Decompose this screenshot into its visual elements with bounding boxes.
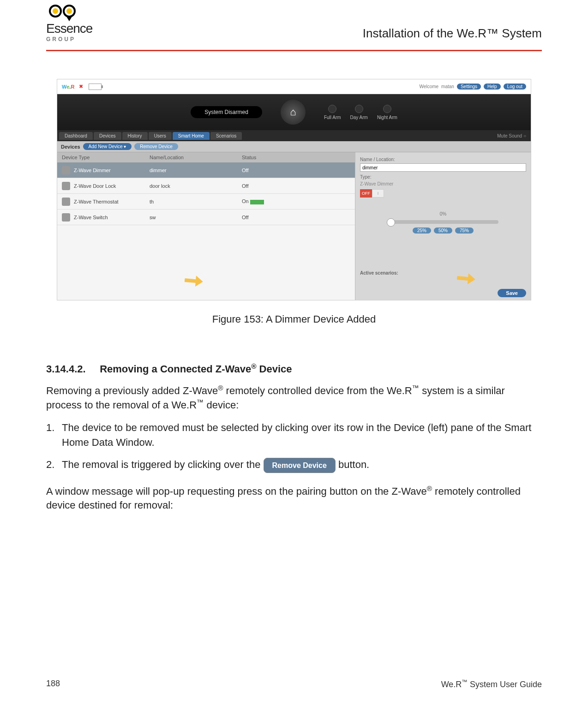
app-topbar: We.R ✖ Welcome matan Settings Help Log o… — [57, 79, 531, 94]
owl-icon — [49, 5, 76, 18]
tab-devices[interactable]: Devices — [94, 132, 121, 140]
wer-logo: We.R — [62, 84, 74, 90]
name-input[interactable] — [360, 163, 526, 172]
col-name: Name/Location — [150, 155, 242, 160]
tab-dashboard[interactable]: Dashboard — [59, 132, 93, 140]
header-title: Installation of the We.R™ System — [363, 26, 542, 42]
footer-guide: We.R™ System User Guide — [441, 679, 542, 689]
page-header: Essence GROUP Installation of the We.R™ … — [46, 0, 542, 47]
table-row[interactable]: Z-Wave Dimmer dimmer Off — [57, 162, 355, 178]
devices-subbar: Devices Add New Device ▾ Remove Device — [57, 141, 531, 152]
tab-history[interactable]: History — [122, 132, 148, 140]
logo-subtext: GROUP — [46, 36, 76, 42]
figure-caption: Figure 153: A Dimmer Device Added — [46, 313, 542, 325]
pct-50-button[interactable]: 50% — [434, 228, 452, 234]
cell: Z-Wave Door Lock — [74, 183, 116, 189]
welcome-user: matan — [441, 84, 454, 89]
table-row[interactable]: Z-Wave Thermostat th On — [57, 194, 355, 210]
topbar-right: Welcome matan Settings Help Log out — [420, 84, 526, 90]
name-label: Name / Location: — [360, 157, 526, 162]
section-title: Removing a Connected Z-Wave® Device — [100, 363, 292, 375]
home-button[interactable]: ⌂ — [281, 100, 306, 125]
cell: Off — [242, 183, 355, 189]
type-value: Z-Wave Dimmer — [360, 181, 526, 186]
dimmer-icon — [62, 166, 70, 174]
pct-75-button[interactable]: 75% — [455, 228, 474, 234]
cell: Z-Wave Switch — [74, 215, 108, 220]
type-label: Type: — [360, 174, 526, 180]
table-header: Device Type Name/Location Status — [57, 152, 355, 162]
settings-link[interactable]: Settings — [457, 84, 481, 90]
nav-tabs: Dashboard Devices History Users Smart Ho… — [57, 130, 531, 141]
table-row[interactable]: Z-Wave Switch sw Off — [57, 210, 355, 225]
app-screenshot: We.R ✖ Welcome matan Settings Help Log o… — [57, 79, 531, 300]
thermostat-icon — [62, 198, 70, 206]
col-device-type: Device Type — [57, 155, 150, 160]
cell: th — [150, 199, 242, 204]
section-heading: 3.14.4.2. Removing a Connected Z-Wave® D… — [46, 362, 542, 375]
page-number: 188 — [46, 679, 60, 689]
devices-label: Devices — [61, 144, 80, 150]
tab-scenarios[interactable]: Scenarios — [210, 132, 242, 140]
page-footer: 188 We.R™ System User Guide — [46, 679, 542, 689]
essence-logo: Essence GROUP — [46, 5, 92, 42]
body-paragraph: A window message will pop-up requesting … — [46, 484, 542, 512]
toggle-on: I — [372, 189, 384, 198]
list-item: 1. The device to be removed must be sele… — [46, 420, 542, 450]
body-paragraph: Removing a previously added Z-Wave® remo… — [46, 383, 542, 412]
night-arm-label: Night Arm — [377, 115, 397, 120]
alert-icon: ✖ — [79, 84, 83, 90]
toggle-off: OFF — [360, 189, 372, 198]
help-link[interactable]: Help — [484, 84, 501, 90]
remove-device-button[interactable]: Remove Device — [134, 143, 178, 150]
cell: dimmer — [150, 168, 242, 173]
tab-smart-home[interactable]: Smart Home — [173, 132, 210, 140]
divider — [46, 50, 542, 51]
tab-users[interactable]: Users — [149, 132, 172, 140]
power-toggle[interactable]: OFF I — [360, 189, 526, 198]
device-detail-pane: Name / Location: Type: Z-Wave Dimmer OFF… — [355, 152, 531, 300]
home-icon: ⌂ — [290, 106, 296, 118]
logout-link[interactable]: Log out — [504, 84, 526, 90]
cell: Z-Wave Thermostat — [74, 199, 119, 204]
pct-25-button[interactable]: 25% — [413, 228, 431, 234]
remove-device-inline-button: Remove Device — [264, 458, 336, 473]
dimmer-slider[interactable] — [388, 220, 498, 224]
cell: Z-Wave Dimmer — [74, 168, 111, 173]
logo-text: Essence — [46, 21, 92, 36]
full-arm-button[interactable]: Full Arm — [324, 105, 341, 120]
cell: door lock — [150, 183, 242, 189]
battery-icon — [89, 84, 102, 90]
mute-sound-toggle[interactable]: Mute Sound ○ — [497, 133, 529, 138]
system-status: System Disarmed — [191, 106, 262, 118]
save-button[interactable]: Save — [498, 289, 526, 297]
cell: Off — [242, 168, 355, 173]
day-arm-button[interactable]: Day Arm — [350, 105, 368, 120]
active-scenarios-label: Active scenarios: — [360, 270, 526, 276]
add-device-button[interactable]: Add New Device ▾ — [83, 143, 132, 150]
full-arm-label: Full Arm — [324, 115, 341, 120]
col-status: Status — [242, 155, 355, 160]
night-arm-button[interactable]: Night Arm — [377, 105, 397, 120]
welcome-label: Welcome — [420, 84, 439, 89]
switch-icon — [62, 213, 70, 222]
table-row[interactable]: Z-Wave Door Lock door lock Off — [57, 178, 355, 194]
cell: Off — [242, 215, 355, 220]
cell: sw — [150, 215, 242, 220]
list-item: 2. The removal is triggered by clicking … — [46, 457, 542, 473]
day-arm-label: Day Arm — [350, 115, 368, 120]
section-number: 3.14.4.2. — [46, 363, 97, 375]
cell: On — [242, 198, 355, 204]
lock-icon — [62, 182, 70, 190]
level-bar — [250, 200, 264, 204]
step-list: 1. The device to be removed must be sele… — [46, 420, 542, 473]
percent-label: 0% — [360, 211, 526, 216]
status-banner: System Disarmed ⌂ Full Arm Day Arm Night… — [57, 94, 531, 130]
